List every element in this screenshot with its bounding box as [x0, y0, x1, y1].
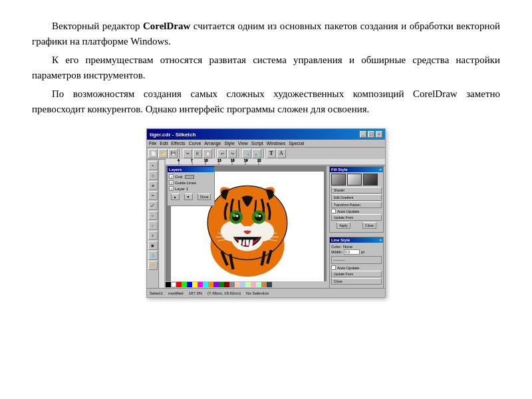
layer-1-label: Layer 1 [175, 187, 188, 191]
apply-btn[interactable]: Apply [336, 222, 350, 229]
zoom-tool[interactable]: ⊕ [148, 181, 158, 190]
palette-magenta[interactable] [198, 282, 203, 287]
palette-light-blue[interactable] [240, 282, 245, 287]
paragraph-2: К его преимуществам относятся развитая с… [32, 53, 500, 82]
palette-dark-red[interactable] [224, 282, 229, 287]
fill-panel-close-x[interactable]: × [379, 168, 382, 172]
fill-swatch-3[interactable] [363, 174, 378, 186]
fill-panel-title-text: Fill Style [331, 168, 348, 172]
fill-style-panel[interactable]: Fill Style × Shader Edit Gradient Transf… [329, 166, 384, 233]
menu-edit[interactable]: Edit [160, 141, 168, 146]
tool-paste[interactable]: 📋 [203, 149, 212, 158]
edit-gradient-btn[interactable]: Edit Gradient [331, 194, 382, 201]
minimize-button[interactable]: _ [360, 131, 366, 138]
select-tool[interactable]: ↖ [148, 161, 158, 170]
close-button[interactable]: × [376, 131, 382, 138]
status-zoom: 187.3% [189, 291, 202, 295]
update-from-btn[interactable]: Update From [331, 214, 382, 221]
menu-view[interactable]: View [238, 141, 248, 146]
palette-brown[interactable] [261, 282, 267, 287]
layer-del-btn[interactable]: ▼ [184, 194, 193, 200]
layer-close-btn[interactable]: Close [198, 194, 211, 200]
palette-gray[interactable] [229, 282, 235, 287]
line-panel-close-x[interactable]: × [379, 238, 382, 242]
line-color-value: None [343, 245, 352, 249]
palette-pink[interactable] [251, 282, 256, 287]
fill-tool[interactable]: ▣ [148, 241, 158, 250]
tool-save[interactable]: 💾 [168, 149, 178, 158]
line-style-selector[interactable]: ───── [331, 256, 382, 264]
tool-cut[interactable]: ✂ [183, 149, 192, 158]
tool-zoom-in[interactable]: 🔍 [242, 149, 251, 158]
palette-cyan[interactable] [203, 282, 208, 287]
line-auto-update-checkbox[interactable] [331, 265, 336, 270]
pencil-tool[interactable]: ✏ [148, 191, 158, 200]
palette-green[interactable] [182, 282, 187, 287]
rect-tool[interactable]: □ [148, 211, 158, 220]
text-p1-before: Векторный редактор [52, 21, 143, 31]
line-color-label: Color: [331, 245, 342, 249]
line-auto-update-row: Auto Update [331, 265, 382, 270]
line-close-btn[interactable]: Close [331, 278, 382, 285]
tool-undo[interactable]: ↩ [217, 149, 227, 158]
menu-curve[interactable]: Curve [189, 141, 201, 146]
menu-script[interactable]: Script [251, 141, 263, 146]
layer-1-checkbox[interactable]: ✓ [169, 186, 174, 191]
palette-orange[interactable] [208, 282, 213, 287]
text-tool[interactable]: T [148, 231, 158, 240]
palette-purple[interactable] [213, 282, 219, 287]
palette-red[interactable] [176, 282, 182, 287]
palette-yellow[interactable] [192, 282, 198, 287]
fill-swatches-row [331, 174, 382, 186]
tool-a[interactable]: A [277, 149, 286, 158]
palette-white[interactable] [171, 282, 176, 287]
maximize-button[interactable]: □ [368, 131, 374, 138]
close-fill-btn[interactable]: Close [362, 222, 376, 229]
svg-point-31 [255, 213, 259, 217]
corel-draw-bold-1: CorelDraw [143, 21, 190, 31]
tool-redo[interactable]: ↪ [227, 149, 237, 158]
tool-t[interactable]: T [267, 149, 276, 158]
tool-copy[interactable]: ⎘ [193, 149, 202, 158]
pen-tool[interactable]: 🖊 [148, 201, 158, 210]
hand-tool[interactable]: ✋ [148, 261, 158, 270]
palette-dark-blue[interactable] [267, 282, 272, 287]
line-width-row: Width: 0.0 pt [331, 249, 382, 255]
layer-guideline-checkbox[interactable]: ✓ [169, 180, 174, 185]
line-update-from-btn[interactable]: Update From [331, 271, 382, 277]
status-bar: Select1 modified 187.3% (7.46cm, 18.62cm… [147, 288, 385, 297]
menu-special[interactable]: Special [289, 141, 304, 146]
layers-panel-buttons: ▲ ▼ Close [169, 193, 213, 201]
tool-zoom-out[interactable]: 🔎 [252, 149, 261, 158]
layer-grid-checkbox[interactable]: ✓ [169, 174, 174, 179]
shader-btn[interactable]: Shader [331, 187, 382, 194]
menu-arrange[interactable]: Arrange [204, 141, 221, 146]
layers-panel[interactable]: Layers ✓ Grid ✓ Guide Lines ✓ Layer 1 [167, 166, 215, 206]
line-width-input[interactable]: 0.0 [344, 249, 360, 255]
menu-effects[interactable]: Effects [171, 141, 185, 146]
palette-black[interactable] [166, 282, 171, 287]
palette-dark-green[interactable] [219, 282, 224, 287]
tool-open[interactable]: 📂 [158, 149, 168, 158]
menu-style[interactable]: Style [224, 141, 235, 146]
layers-panel-title: Layers [168, 167, 214, 172]
transform-pattern-btn[interactable]: Transform Pattern [331, 201, 382, 208]
palette-blue[interactable] [187, 282, 192, 287]
menu-windows[interactable]: Windows [267, 141, 285, 146]
line-panel-title-text: Line Style [331, 238, 350, 242]
auto-update-checkbox[interactable] [331, 209, 336, 213]
screenshot-box[interactable]: tiger.cdr - Silketch _ □ × File Edit Eff… [146, 128, 386, 298]
palette-mint[interactable] [256, 282, 261, 287]
line-color-row: Color: None [331, 245, 382, 249]
ellipse-tool[interactable]: ○ [148, 221, 158, 230]
palette-light-green[interactable] [245, 282, 251, 287]
node-tool[interactable]: ◇ [148, 171, 158, 180]
fill-swatch-1[interactable] [331, 174, 346, 186]
menu-file[interactable]: File [149, 141, 156, 146]
fill-swatch-2[interactable] [347, 174, 362, 186]
line-style-panel[interactable]: Line Style × Color: None Width: 0.0 pt ─… [329, 237, 384, 290]
layer-add-btn[interactable]: ▲ [171, 194, 180, 200]
eyedrop-tool[interactable]: 💧 [148, 251, 158, 260]
palette-skin[interactable] [235, 282, 240, 287]
tool-new[interactable]: 📄 [148, 149, 158, 158]
